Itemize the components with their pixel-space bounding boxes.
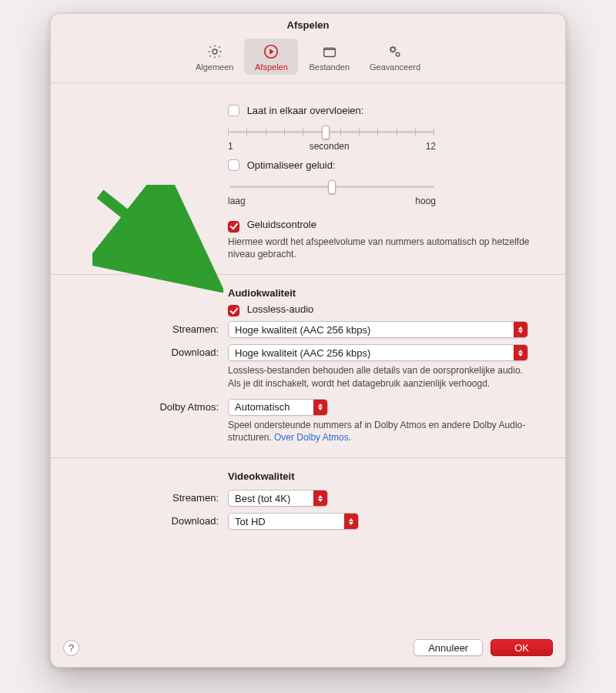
stepper-icon [313,400,327,415]
stepper-icon [313,490,327,506]
video-download-select[interactable]: Tot HD [228,513,359,530]
crossfade-slider-labels: 1 seconden 12 [228,141,436,152]
tab-label: Algemeen [196,62,234,72]
stepper-icon [514,345,527,360]
help-button[interactable]: ? [63,640,79,656]
preferences-window: Afspelen Algemeen Afspelen Bestanden [50,13,566,668]
stepper-icon [344,514,358,529]
gear-icon [205,43,225,60]
crossfade-label: Laat in elkaar overvloeien: [247,105,364,116]
dolby-label: Dolby Atmos: [68,399,228,413]
tab-label: Geavanceerd [370,62,420,72]
dolby-link[interactable]: Over Dolby Atmos. [274,432,351,443]
optimize-slider[interactable] [228,179,436,194]
folder-icon [320,43,340,60]
stream-select[interactable]: Hoge kwaliteit (AAC 256 kbps) [228,321,528,338]
soundcheck-desc: Hiermee wordt het afspeelvolume van numm… [228,236,536,260]
section-audio: Audiokwaliteit Lossless-audio Streamen: … [51,275,565,458]
window-title: Afspelen [51,14,565,37]
download-label: Download: [68,344,228,358]
audio-heading: Audiokwaliteit [228,287,548,299]
optimize-checkbox[interactable] [228,159,239,171]
tab-advanced[interactable]: Geavanceerd [360,38,430,75]
dolby-desc: Speel ondersteunde nummers af in Dolby A… [228,419,536,444]
lossless-checkbox[interactable] [228,305,239,316]
crossfade-checkbox[interactable] [228,105,239,116]
video-stream-select[interactable]: Best (tot 4K) [228,490,328,507]
toolbar: Algemeen Afspelen Bestanden Geavanceerd [51,37,565,83]
svg-point-0 [213,49,217,54]
content: Laat in elkaar overvloeien: 1 seconden [51,83,565,631]
video-stream-label: Streamen: [68,490,228,504]
lossless-desc: Lossless-bestanden behouden alle details… [228,364,536,389]
section-playback: Laat in elkaar overvloeien: 1 seconden [51,83,565,275]
ok-button[interactable]: OK [490,639,553,656]
tab-label: Bestanden [309,62,350,72]
soundcheck-label: Geluidscontrole [247,219,316,230]
svg-point-3 [391,48,396,52]
footer: ? Annuleer OK [51,631,565,667]
download-select[interactable]: Hoge kwaliteit (AAC 256 kbps) [228,344,528,361]
lossless-label: Lossless-audio [247,303,314,315]
video-heading: Videokwaliteit [228,470,548,482]
tab-files[interactable]: Bestanden [300,38,359,75]
optimize-label: Optimaliseer geluid: [247,159,336,171]
gears-icon [385,43,405,60]
stepper-icon [514,322,527,337]
svg-point-4 [396,52,400,56]
tab-general[interactable]: Algemeen [186,38,243,75]
optimize-slider-labels: laag hoog [228,196,436,206]
crossfade-slider[interactable] [228,124,436,139]
dolby-select[interactable]: Automatisch [228,399,328,416]
tab-label: Afspelen [255,62,288,72]
cancel-button[interactable]: Annuleer [413,639,483,656]
play-icon [261,43,281,60]
stream-label: Streamen: [68,321,228,335]
tab-playback[interactable]: Afspelen [244,38,298,75]
section-video: Videokwaliteit Streamen: Best (tot 4K) D… [51,458,565,544]
soundcheck-checkbox[interactable] [228,221,239,233]
video-download-label: Download: [68,513,228,527]
